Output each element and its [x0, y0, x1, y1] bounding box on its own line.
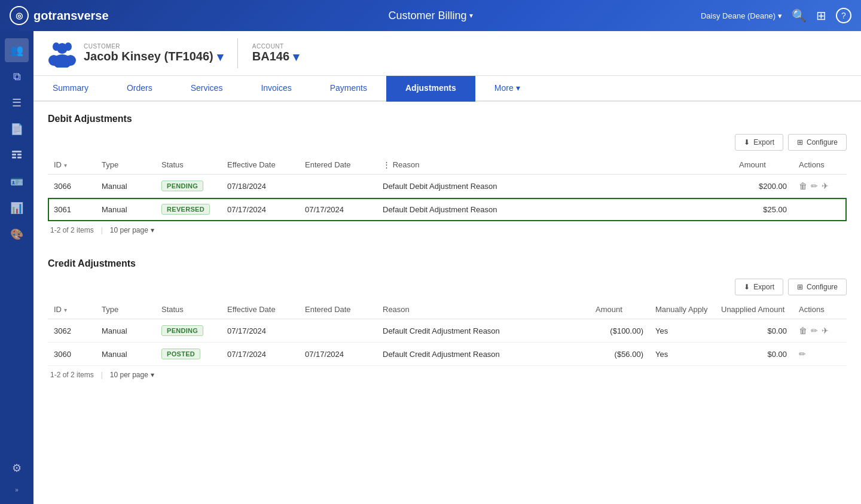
- debit-configure-button[interactable]: ⊞ Configure: [788, 134, 847, 151]
- debit-col-id[interactable]: ID ▾: [48, 155, 96, 175]
- send-icon[interactable]: ✈: [822, 181, 829, 191]
- header-divider: [237, 38, 238, 68]
- id-sort-icon: ▾: [64, 162, 67, 169]
- debit-table-body: 3066 Manual PENDING 07/18/2024 Default D…: [48, 175, 847, 221]
- debit-row1-amount: $200.00: [733, 175, 793, 198]
- sidebar-item-chart[interactable]: 📊: [5, 196, 29, 220]
- debit-per-page[interactable]: 10 per page ▾: [110, 226, 154, 234]
- credit-row1-actions: 🗑 ✏ ✈: [793, 319, 847, 343]
- table-row: 3061 Manual REVERSED 07/17/2024 07/17/20…: [48, 198, 847, 221]
- edit-icon[interactable]: ✏: [799, 349, 806, 359]
- app-logo[interactable]: ◎ gotransverse: [10, 6, 109, 25]
- table-row: 3060 Manual POSTED 07/17/2024 07/17/2024…: [48, 343, 847, 366]
- credit-row2-type: Manual: [96, 343, 155, 366]
- debit-row1-status-badge: PENDING: [161, 181, 203, 191]
- credit-export-button[interactable]: ⬇ Export: [735, 279, 783, 295]
- svg-point-10: [65, 55, 76, 66]
- credit-row2-status-badge: POSTED: [161, 349, 200, 359]
- sidebar-item-table[interactable]: [5, 143, 29, 167]
- sidebar-item-copy[interactable]: ⧉: [5, 65, 29, 88]
- tab-payments[interactable]: Payments: [311, 76, 386, 102]
- credit-row1-status-badge: PENDING: [161, 325, 203, 336]
- credit-row1-entdate: [299, 319, 377, 343]
- sidebar-item-palette[interactable]: 🎨: [5, 222, 29, 246]
- top-nav-actions: Daisy Deane (Deane) ▾ 🔍 ⊞ ?: [701, 8, 851, 23]
- send-icon[interactable]: ✈: [822, 326, 829, 335]
- table-row: 3062 Manual PENDING 07/17/2024 Default C…: [48, 319, 847, 343]
- tab-more[interactable]: More ▾: [475, 76, 539, 102]
- debit-row2-type: Manual: [96, 198, 155, 221]
- tab-adjustments[interactable]: Adjustments: [386, 76, 475, 102]
- tab-navigation: Summary Orders Services Invoices Payment…: [33, 76, 861, 102]
- debit-row2-reason: Default Debit Adjustment Reason: [377, 198, 733, 221]
- credit-configure-button[interactable]: ⊞ Configure: [788, 279, 847, 295]
- debit-row2-id: 3061: [48, 198, 96, 221]
- credit-row2-status: POSTED: [155, 343, 221, 366]
- credit-table-toolbar: ⬇ Export ⊞ Configure: [48, 279, 847, 295]
- credit-row1-type: Manual: [96, 319, 155, 343]
- credit-col-type: Type: [96, 300, 155, 319]
- credit-col-unapplied: Unapplied Amount: [715, 300, 793, 319]
- credit-row2-id: 3060: [48, 343, 96, 366]
- credit-row1-status: PENDING: [155, 319, 221, 343]
- sidebar-expand-button[interactable]: »: [5, 482, 29, 497]
- customer-dropdown-arrow[interactable]: ▾: [217, 50, 223, 64]
- credit-row1-unapplied: $0.00: [715, 319, 793, 343]
- debit-export-button[interactable]: ⬇ Export: [735, 134, 783, 151]
- debit-row1-type: Manual: [96, 175, 155, 198]
- svg-rect-2: [17, 154, 22, 155]
- help-icon[interactable]: ?: [836, 8, 851, 23]
- configure-icon: ⊞: [797, 138, 803, 146]
- sidebar: 👥 ⧉ ☰ 📄 🪪 📊 🎨 ⚙ »: [0, 31, 33, 504]
- grid-icon[interactable]: ⊞: [816, 8, 826, 23]
- credit-table: ID ▾ Type Status Effective Date Entered …: [48, 300, 847, 366]
- content-area: CUSTOMER Jacob Kinsey (TF1046) ▾ ACCOUNT…: [33, 31, 861, 504]
- export-icon: ⬇: [744, 138, 750, 146]
- debit-row1-effdate: 07/18/2024: [221, 175, 299, 198]
- customer-info: CUSTOMER Jacob Kinsey (TF1046) ▾: [48, 39, 223, 68]
- table-row: 3066 Manual PENDING 07/18/2024 Default D…: [48, 175, 847, 198]
- account-dropdown-arrow[interactable]: ▾: [293, 50, 299, 64]
- search-icon[interactable]: 🔍: [792, 8, 807, 23]
- debit-row2-entdate: 07/17/2024: [299, 198, 377, 221]
- credit-row2-effdate: 07/17/2024: [221, 343, 299, 366]
- sidebar-item-settings[interactable]: ⚙: [5, 456, 29, 480]
- edit-icon[interactable]: ✏: [811, 181, 818, 191]
- tab-summary[interactable]: Summary: [33, 76, 108, 102]
- reason-menu-icon: ⋮: [383, 160, 393, 169]
- credit-table-header: ID ▾ Type Status Effective Date Entered …: [48, 300, 847, 319]
- debit-table-toolbar: ⬇ Export ⊞ Configure: [48, 134, 847, 151]
- delete-icon[interactable]: 🗑: [799, 326, 807, 335]
- sidebar-item-document[interactable]: 📄: [5, 117, 29, 141]
- svg-point-6: [53, 42, 60, 51]
- account-details: ACCOUNT BA146 ▾: [252, 43, 299, 64]
- delete-icon[interactable]: 🗑: [799, 181, 807, 191]
- debit-col-amount: Amount: [733, 155, 793, 175]
- sidebar-item-list[interactable]: ☰: [5, 91, 29, 115]
- debit-col-effdate: Effective Date: [221, 155, 299, 175]
- credit-per-page[interactable]: 10 per page ▾: [110, 371, 154, 379]
- credit-row1-manually: Yes: [649, 319, 715, 343]
- sidebar-item-card[interactable]: 🪪: [5, 170, 29, 194]
- debit-adjustments-section: Debit Adjustments ⬇ Export ⊞ Configure: [48, 114, 847, 239]
- tab-services[interactable]: Services: [172, 76, 242, 102]
- debit-pagination: 1-2 of 2 items | 10 per page ▾: [48, 221, 847, 239]
- edit-icon[interactable]: ✏: [811, 326, 818, 335]
- debit-row1-id: 3066: [48, 175, 96, 198]
- credit-adjustments-section: Credit Adjustments ⬇ Export ⊞ Configure: [48, 258, 847, 384]
- app-name: gotransverse: [33, 9, 109, 23]
- tab-orders[interactable]: Orders: [108, 76, 172, 102]
- credit-col-id[interactable]: ID ▾: [48, 300, 96, 319]
- user-menu[interactable]: Daisy Deane (Deane) ▾: [701, 11, 782, 20]
- credit-row2-reason: Default Credit Adjustment Reason: [377, 343, 590, 366]
- credit-row1-effdate: 07/17/2024: [221, 319, 299, 343]
- credit-col-entdate: Entered Date: [299, 300, 377, 319]
- main-layout: 👥 ⧉ ☰ 📄 🪪 📊 🎨 ⚙ »: [0, 31, 861, 504]
- tab-invoices[interactable]: Invoices: [242, 76, 310, 102]
- logo-icon: ◎: [10, 6, 29, 25]
- credit-row2-amount: ($56.00): [590, 343, 649, 366]
- debit-row2-actions: [793, 198, 847, 221]
- debit-row2-status-badge: REVERSED: [161, 204, 210, 215]
- top-navigation: ◎ gotransverse Customer Billing ▾ Daisy …: [0, 0, 861, 31]
- sidebar-item-people[interactable]: 👥: [5, 38, 29, 62]
